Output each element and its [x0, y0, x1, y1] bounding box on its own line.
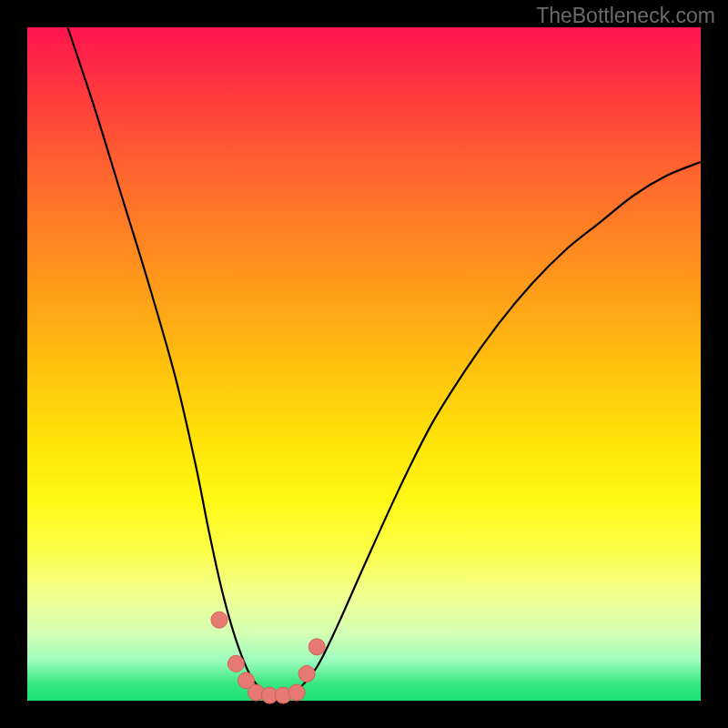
curve-marker [228, 655, 244, 672]
bottleneck-curve [67, 27, 701, 696]
watermark-text: TheBottleneck.com [536, 4, 715, 28]
curve-marker [211, 612, 228, 628]
chart-svg [27, 27, 701, 701]
chart-plot-area [27, 27, 701, 701]
curve-marker [298, 665, 315, 682]
curve-marker [308, 639, 325, 655]
curve-markers [211, 612, 325, 703]
curve-marker [288, 684, 305, 701]
